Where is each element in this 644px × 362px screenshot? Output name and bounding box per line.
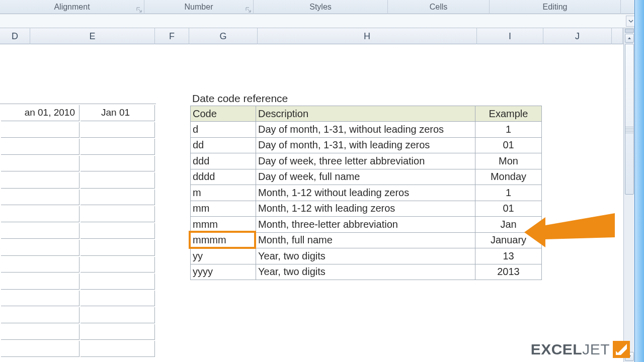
column-header-I[interactable]: I	[477, 28, 543, 44]
cell[interactable]	[80, 122, 155, 138]
cell[interactable]	[1, 307, 79, 323]
example-cell[interactable]: 1	[475, 185, 542, 201]
code-cell[interactable]: d	[191, 122, 256, 138]
table-row[interactable]	[1, 257, 155, 273]
ribbon-group-number[interactable]: Number	[144, 0, 254, 14]
cell[interactable]	[1, 341, 79, 357]
split-handle[interactable]	[625, 29, 634, 33]
cell[interactable]	[1, 291, 79, 307]
table-row[interactable]: ddddDay of week, full nameMonday	[191, 169, 542, 185]
code-cell[interactable]: yy	[191, 248, 256, 264]
table-row[interactable]: yyYear, two digits13	[191, 248, 542, 264]
cell[interactable]	[1, 274, 79, 290]
cell[interactable]	[80, 341, 155, 357]
cell[interactable]	[80, 206, 155, 222]
column-header-blank[interactable]	[612, 28, 623, 44]
description-cell[interactable]: Month, 1-12 with leading zeros	[256, 201, 475, 217]
example-cell[interactable]: 01	[475, 201, 542, 217]
table-row[interactable]	[1, 190, 155, 206]
ribbon-group-cells[interactable]: Cells	[388, 0, 490, 14]
ribbon-group-styles[interactable]: Styles	[254, 0, 388, 14]
scroll-up-button[interactable]	[625, 34, 634, 43]
table-row[interactable]	[1, 240, 155, 256]
column-header-J[interactable]: J	[543, 28, 612, 44]
table-row[interactable]: an 01, 2010Jan 01	[1, 105, 155, 121]
table-row[interactable]	[1, 223, 155, 239]
cell[interactable]	[1, 223, 79, 239]
vertical-scrollbar[interactable]	[623, 28, 634, 362]
example-cell[interactable]: Jan	[475, 217, 542, 233]
column-header-H[interactable]: H	[258, 28, 477, 44]
table-header-desc[interactable]: Description	[256, 106, 475, 122]
table-row[interactable]	[1, 156, 155, 172]
code-cell[interactable]: mm	[191, 201, 256, 217]
dialog-launcher-icon[interactable]	[135, 6, 142, 13]
example-cell[interactable]: 1	[475, 122, 542, 138]
table-row[interactable]	[1, 291, 155, 307]
table-header-code[interactable]: Code	[191, 106, 256, 122]
column-header-D[interactable]: D	[0, 28, 30, 44]
column-header-F[interactable]: F	[155, 28, 189, 44]
table-row[interactable]	[1, 172, 155, 189]
cell[interactable]	[80, 172, 155, 189]
description-cell[interactable]: Day of month, 1-31, without leading zero…	[256, 122, 475, 138]
cell[interactable]: an 01, 2010	[1, 105, 79, 121]
example-cell[interactable]: 01	[475, 137, 542, 153]
description-cell[interactable]: Day of week, three letter abbreviation	[256, 153, 475, 169]
code-cell[interactable]: dd	[191, 137, 256, 153]
table-row[interactable]	[1, 324, 155, 340]
description-cell[interactable]: Month, 1-12 without leading zeros	[256, 185, 475, 201]
table-row[interactable]: dDay of month, 1-31, without leading zer…	[191, 122, 542, 138]
table-row[interactable]	[1, 307, 155, 323]
table-row[interactable]	[1, 274, 155, 290]
ribbon-group-editing[interactable]: Editing	[490, 0, 621, 14]
table-row[interactable]: mmmMonth, three-letter abbreviationJan	[191, 217, 542, 233]
scroll-thumb[interactable]	[625, 44, 634, 195]
cell[interactable]	[1, 122, 79, 138]
code-cell[interactable]: mmm	[191, 217, 256, 233]
column-header-G[interactable]: G	[189, 28, 258, 44]
cell[interactable]	[80, 291, 155, 307]
table-row[interactable]: mmmmMonth, full nameJanuary	[191, 232, 542, 248]
cell[interactable]	[80, 324, 155, 340]
code-cell[interactable]: m	[191, 185, 256, 201]
cell[interactable]	[1, 172, 79, 189]
example-cell[interactable]: Mon	[475, 153, 542, 169]
column-header-E[interactable]: E	[30, 28, 155, 44]
description-cell[interactable]: Year, two digits	[256, 248, 475, 264]
cell[interactable]: Jan 01	[80, 105, 155, 121]
description-cell[interactable]: Month, full name	[256, 232, 475, 248]
worksheet-area[interactable]: an 01, 2010Jan 01 Date code reference Co…	[0, 44, 624, 362]
table-row[interactable]	[1, 206, 155, 222]
cell[interactable]	[80, 307, 155, 323]
table-row[interactable]: ddDay of month, 1-31, with leading zeros…	[191, 137, 542, 153]
cell[interactable]	[80, 223, 155, 239]
cell[interactable]	[80, 139, 155, 155]
dialog-launcher-icon[interactable]	[245, 6, 252, 13]
cell[interactable]	[1, 257, 79, 273]
description-cell[interactable]: Day of week, full name	[256, 169, 475, 185]
table-row[interactable]: mMonth, 1-12 without leading zeros1	[191, 185, 542, 201]
cell[interactable]	[80, 274, 155, 290]
cell[interactable]	[80, 190, 155, 206]
code-cell[interactable]: ddd	[191, 153, 256, 169]
cell[interactable]	[1, 156, 79, 172]
cell[interactable]	[1, 206, 79, 222]
table-row[interactable]: dddDay of week, three letter abbreviatio…	[191, 153, 542, 169]
cell[interactable]	[1, 324, 79, 340]
table-row[interactable]	[1, 122, 155, 138]
cell[interactable]	[80, 156, 155, 172]
cell[interactable]	[1, 240, 79, 256]
table-row[interactable]	[1, 139, 155, 155]
description-cell[interactable]: Year, two digits	[256, 264, 475, 280]
description-cell[interactable]: Month, three-letter abbreviation	[256, 217, 475, 233]
example-cell[interactable]: Monday	[475, 169, 542, 185]
cell[interactable]	[1, 190, 79, 206]
cell[interactable]	[80, 257, 155, 273]
description-cell[interactable]: Day of month, 1-31, with leading zeros	[256, 137, 475, 153]
code-cell[interactable]: dddd	[191, 169, 256, 185]
example-cell[interactable]: January	[475, 232, 542, 248]
table-header-example[interactable]: Example	[475, 106, 542, 122]
ribbon-group-alignment[interactable]: Alignment	[0, 0, 144, 14]
table-row[interactable]: yyyyYear, two digits2013	[191, 264, 542, 280]
